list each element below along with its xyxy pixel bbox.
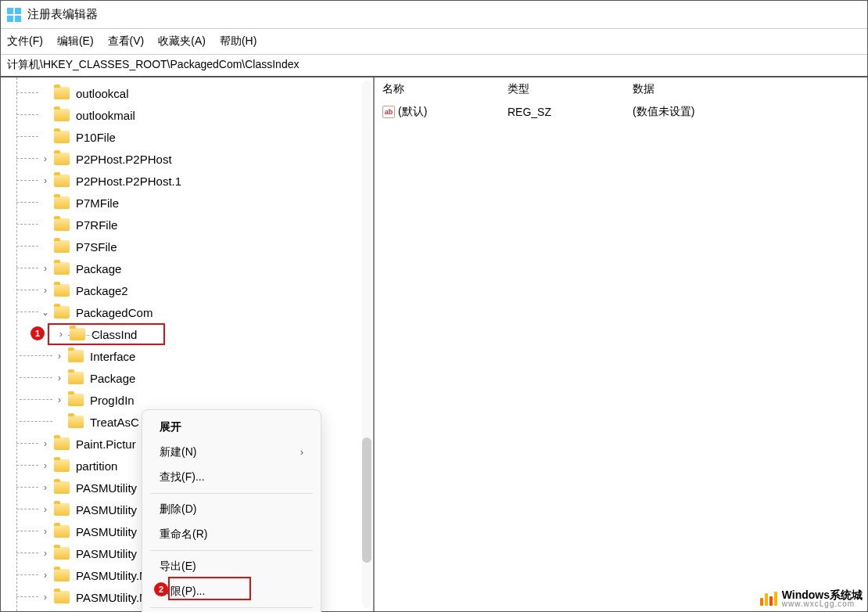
folder-icon [54, 131, 70, 143]
col-header-name[interactable]: 名称 [382, 82, 508, 96]
folder-icon [70, 328, 85, 340]
menu-edit[interactable]: 编辑(E) [57, 34, 94, 49]
tree-item-label: outlookmail [76, 109, 135, 122]
list-row[interactable]: ab (默认) REG_SZ (数值未设置) [375, 101, 867, 123]
folder-icon [54, 153, 70, 165]
menu-item-expand[interactable]: 展开 [142, 415, 321, 440]
col-header-data[interactable]: 数据 [633, 82, 859, 96]
annotation-marker-1: 1 [30, 326, 45, 340]
folder-icon [54, 109, 70, 121]
tree-item-p7mfile[interactable]: P7MFile [1, 192, 373, 214]
tree-item-p2phost-p2phost-1[interactable]: ›P2PHost.P2PHost.1 [1, 170, 373, 192]
folder-icon [68, 394, 84, 406]
tree-item-interface[interactable]: ›Interface [1, 345, 373, 367]
tree-item-label: P7RFile [76, 218, 117, 232]
menubar: 文件(F) 编辑(E) 查看(V) 收藏夹(A) 帮助(H) [1, 29, 867, 54]
expand-icon[interactable]: › [54, 394, 65, 405]
tree-item-label: Interface [90, 350, 135, 363]
menu-favorites[interactable]: 收藏夹(A) [158, 34, 206, 49]
menu-item-find[interactable]: 查找(F)... [142, 465, 321, 490]
folder-icon [68, 350, 84, 362]
address-bar[interactable]: 计算机\HKEY_CLASSES_ROOT\PackagedCom\ClassI… [1, 54, 867, 77]
folder-icon [54, 284, 70, 297]
address-path: 计算机\HKEY_CLASSES_ROOT\PackagedCom\ClassI… [7, 58, 299, 70]
tree-item-classind[interactable]: ›ClassInd [48, 323, 165, 345]
tree-item-packagedcom[interactable]: ⌄PackagedCom [1, 301, 373, 323]
folder-icon [54, 525, 70, 538]
expand-icon[interactable]: › [40, 526, 51, 537]
tree-item-label: P7SFile [76, 240, 117, 254]
tree-item-label: PackagedCom [76, 306, 152, 319]
folder-icon [54, 262, 70, 275]
tree-item-label: P7MFile [76, 196, 119, 210]
folder-icon [54, 569, 70, 581]
watermark: Windows系统城 www.wxcLgg.com [760, 589, 863, 608]
folder-icon [54, 196, 70, 209]
tree-item-p7rfile[interactable]: P7RFile [1, 214, 373, 236]
folder-icon [54, 437, 70, 450]
menu-view[interactable]: 查看(V) [108, 34, 145, 49]
folder-icon [54, 459, 70, 472]
tree-item-label: Paint.Pictur [76, 437, 136, 451]
expand-icon[interactable]: › [40, 570, 51, 581]
value-type: REG_SZ [508, 106, 633, 118]
expand-icon[interactable]: › [40, 548, 51, 559]
col-header-type[interactable]: 类型 [508, 82, 633, 96]
tree-item-package[interactable]: ›Package [1, 367, 373, 389]
expand-icon[interactable]: › [40, 592, 51, 603]
tree-item-p7sfile[interactable]: P7SFile [1, 236, 373, 257]
tree-item-label: PASMUtility [76, 525, 137, 538]
expand-icon[interactable]: › [40, 460, 51, 471]
folder-icon [54, 481, 70, 494]
expand-icon[interactable]: › [40, 153, 51, 164]
regedit-icon [7, 8, 21, 22]
tree-item-label: P2PHost.P2PHost [76, 153, 172, 166]
tree-item-package2[interactable]: ›Package2 [1, 279, 373, 301]
svg-rect-0 [7, 8, 13, 14]
expand-icon[interactable]: › [56, 329, 66, 340]
tree-item-outlookmail[interactable]: outlookmail [1, 104, 373, 126]
tree-scrollbar-thumb[interactable] [362, 437, 371, 563]
tree-item-p2phost-p2phost[interactable]: ›P2PHost.P2PHost [1, 148, 373, 170]
watermark-logo-icon [760, 592, 777, 606]
tree-item-label: Package [76, 262, 121, 275]
menu-item-export[interactable]: 导出(E) [142, 554, 321, 579]
expand-icon[interactable]: › [40, 504, 51, 515]
expand-icon[interactable]: › [54, 351, 65, 362]
tree-item-label: P2PHost.P2PHost.1 [76, 175, 181, 188]
svg-rect-2 [7, 16, 13, 22]
svg-rect-3 [15, 16, 21, 22]
string-value-icon: ab [382, 106, 395, 118]
tree-item-label: Package [90, 372, 135, 385]
folder-icon [54, 591, 70, 603]
titlebar: 注册表编辑器 [1, 1, 867, 29]
expand-icon[interactable]: › [40, 263, 51, 274]
folder-icon [54, 87, 70, 99]
folder-icon [54, 547, 70, 560]
menu-help[interactable]: 帮助(H) [220, 34, 256, 49]
tree-item-progidin[interactable]: ›ProgIdIn [1, 389, 373, 411]
folder-icon [54, 218, 70, 231]
annotation-highlight-permissions [168, 577, 251, 600]
svg-rect-1 [15, 8, 21, 14]
tree-item-p10file[interactable]: P10File [1, 126, 373, 148]
expand-icon[interactable]: › [40, 175, 51, 186]
tree-item-label: P10File [76, 131, 116, 144]
tree-item-outlookcal[interactable]: outlookcal [1, 82, 373, 104]
menu-item-rename[interactable]: 重命名(R) [142, 522, 321, 547]
window-title: 注册表编辑器 [27, 7, 98, 22]
menu-file[interactable]: 文件(F) [7, 34, 43, 49]
expand-icon[interactable]: › [40, 482, 51, 493]
expand-icon[interactable]: › [40, 438, 51, 449]
tree-item-label: ClassInd [91, 328, 137, 341]
expand-icon[interactable]: › [54, 373, 65, 383]
tree-item-label: TreatAsC [90, 416, 139, 429]
tree-item-label: Package2 [76, 284, 128, 297]
expand-icon[interactable]: › [40, 285, 51, 296]
collapse-icon[interactable]: ⌄ [40, 307, 51, 318]
tree-item-label: PASMUtility [76, 481, 137, 495]
tree-item-package[interactable]: ›Package [1, 257, 373, 279]
menu-item-delete[interactable]: 删除(D) [142, 497, 321, 522]
list-header[interactable]: 名称 类型 数据 [375, 77, 867, 101]
menu-item-new[interactable]: 新建(N)› [142, 440, 321, 465]
